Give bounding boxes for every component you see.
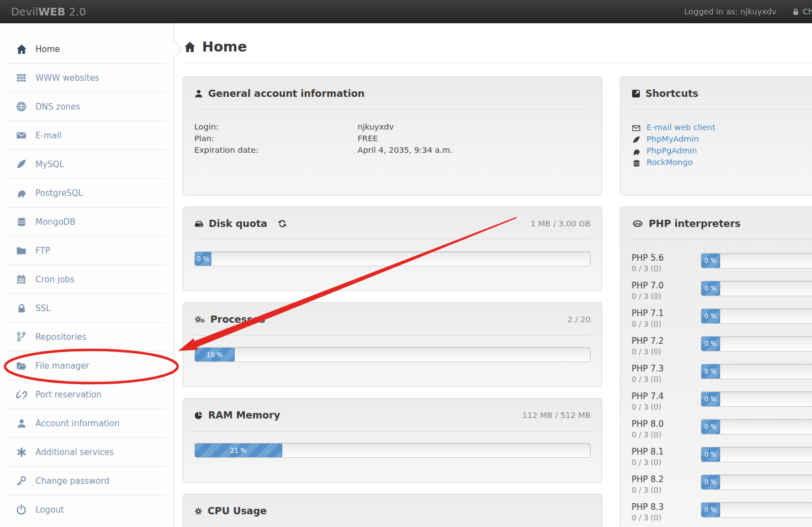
sidebar-item-label: Logout [35, 505, 64, 515]
branch-icon [15, 332, 27, 342]
php-version-label: PHP 5.6 [632, 252, 701, 264]
php-progress: 0 % [701, 308, 812, 324]
database-icon [632, 157, 641, 168]
plan-value: FREE [358, 133, 378, 144]
account-row-login: Login: njkuyxdv [194, 121, 591, 133]
ram-memory-panel: RAM Memory 112 MB / 512 MB 21 % [183, 398, 602, 483]
sidebar-item-account-information[interactable]: Account information [0, 409, 174, 437]
php-progress: 0 % [701, 364, 812, 379]
sidebar-item-additional-services[interactable]: Additional services [0, 438, 174, 466]
sidebar-item-change-password[interactable]: Change password [0, 467, 174, 495]
login-value: njkuyxdv [358, 121, 394, 133]
php-progress: 0 % [701, 447, 812, 462]
php-version-label: PHP 7.3 [632, 363, 701, 374]
sidebar-item-label: Port reservation [35, 390, 102, 400]
php-interpreter-row: PHP 7.2 0 / 3 (0) 0 % [632, 335, 812, 357]
php-usage-label: 0 / 3 (0) [632, 264, 701, 274]
sidebar-item-label: PostgreSQL [35, 188, 83, 198]
sidebar-item-www-websites[interactable]: WWW websites [0, 64, 174, 92]
sidebar-item-label: Change password [35, 476, 109, 486]
php-usage-label: 0 / 3 (0) [632, 319, 701, 329]
php-interpreter-row: PHP 8.1 0 / 3 (0) 0 % [632, 446, 812, 468]
sidebar-item-label: MySQL [35, 159, 64, 169]
database-icon [15, 216, 27, 227]
refresh-icon[interactable] [278, 219, 287, 228]
shortcut-rockmongo: RockMongo [632, 157, 812, 168]
shortcuts-panel: Shortcuts E-mail web client PhpMyAdmin [620, 76, 812, 195]
sidebar-item-label: Additional services [35, 447, 114, 457]
php-progress: 0 % [701, 391, 812, 407]
sidebar-item-file-manager[interactable]: File manager [0, 352, 174, 380]
user-icon [15, 418, 27, 428]
php-interpreter-row: PHP 7.1 0 / 3 (0) 0 % [632, 308, 812, 329]
sidebar-item-cron-jobs[interactable]: Cron jobs [0, 265, 174, 293]
sidebar-item-port-reservation[interactable]: Port reservation [0, 380, 174, 409]
hdd-icon [194, 219, 204, 229]
change-password-link[interactable]: Change password [792, 7, 812, 16]
phpmyadmin-link[interactable]: PhpMyAdmin [647, 133, 699, 145]
sidebar-item-logout[interactable]: Logout [0, 495, 174, 524]
php-interpreter-row: PHP 8.2 0 / 3 (0) 0 % [632, 474, 812, 495]
logged-in-as: Logged in as: njkuyxdv [684, 7, 777, 16]
sidebar-item-label: Cron jobs [35, 275, 74, 285]
general-account-information-panel: General account information Login: njkuy… [183, 76, 602, 195]
top-bar: DevilWEB 2.0 Logged in as: njkuyxdv Chan… [0, 0, 812, 23]
php-icon [632, 219, 644, 229]
php-version-label: PHP 8.0 [632, 418, 701, 430]
sidebar-item-ssl[interactable]: SSL [0, 294, 174, 322]
shortcut-phpmyadmin: PhpMyAdmin [632, 133, 812, 145]
rockmongo-link[interactable]: RockMongo [647, 157, 692, 168]
php-progress: 0 % [701, 419, 812, 435]
quill-icon [632, 133, 641, 145]
php-version-label: PHP 7.0 [632, 280, 701, 291]
phppgadmin-link[interactable]: PhpPgAdmin [647, 145, 697, 157]
php-interpreter-row: PHP 7.0 0 / 3 (0) 0 % [632, 280, 812, 302]
folder-open-icon [15, 360, 27, 371]
account-row-plan: Plan: FREE [194, 133, 591, 144]
php-interpreter-row: PHP 7.4 0 / 3 (0) 0 % [632, 391, 812, 412]
sidebar-item-email[interactable]: E-mail [0, 121, 174, 149]
power-icon [15, 504, 27, 515]
asterisk-icon [15, 447, 27, 457]
php-interpreter-row: PHP 8.0 0 / 3 (0) 0 % [632, 418, 812, 440]
php-progress: 0 % [701, 281, 812, 296]
sidebar-item-repositories[interactable]: Repositories [0, 323, 174, 351]
sidebar-item-mongodb[interactable]: MongoDB [0, 208, 174, 236]
php-usage-label: 0 / 3 (0) [632, 291, 701, 302]
key-icon [15, 476, 27, 486]
processes-progress: 10 % [194, 347, 591, 362]
sidebar-item-label: WWW websites [35, 73, 99, 83]
sidebar-item-postgresql[interactable]: PostgreSQL [0, 179, 174, 207]
sidebar-item-label: DNS zones [35, 102, 80, 112]
calendar-icon [15, 274, 27, 285]
php-progress: 0 % [701, 474, 812, 490]
sidebar-item-home[interactable]: Home [0, 35, 174, 63]
php-interpreter-row: PHP 8.3 0 / 3 (0) 0 % [632, 502, 812, 523]
disk-quota-panel: Disk quota 1 MB / 3.00 GB 0 % [183, 206, 602, 291]
broken-link-icon [15, 389, 27, 400]
sidebar: Home WWW websites DNS zones E-mail MySQL… [0, 23, 174, 527]
php-interpreter-row: PHP 5.6 0 / 3 (0) 0 % [632, 252, 812, 274]
lock-icon [15, 303, 27, 313]
shortcut-phppgadmin: PhpPgAdmin [632, 145, 812, 157]
elephant-icon [632, 145, 641, 157]
sidebar-item-ftp[interactable]: FTP [0, 236, 174, 265]
php-interpreters-panel: PHP interpreters PHP 5.6 0 / 3 (0) 0 % P… [620, 206, 812, 527]
email-web-client-link[interactable]: E-mail web client [647, 122, 716, 133]
expiration-value: April 4, 2035, 9:34 a.m. [358, 144, 453, 156]
sidebar-item-dns-zones[interactable]: DNS zones [0, 92, 174, 121]
php-progress: 0 % [701, 253, 812, 268]
php-usage-label: 0 / 3 (0) [632, 430, 701, 440]
php-usage-label: 0 / 3 (0) [632, 374, 701, 385]
ram-value: 112 MB / 512 MB [522, 411, 591, 420]
folder-icon [15, 245, 27, 256]
php-version-label: PHP 8.3 [632, 502, 701, 513]
globe-icon [15, 101, 27, 112]
page-title: Home [183, 37, 812, 64]
sidebar-item-label: Home [35, 44, 60, 54]
sidebar-item-mysql[interactable]: MySQL [0, 150, 174, 178]
sidebar-item-label: Repositories [35, 332, 86, 342]
account-row-expiration: Expiration date: April 4, 2035, 9:34 a.m… [194, 144, 591, 156]
ram-progress: 21 % [194, 443, 591, 458]
sidebar-item-label: SSL [35, 303, 50, 313]
